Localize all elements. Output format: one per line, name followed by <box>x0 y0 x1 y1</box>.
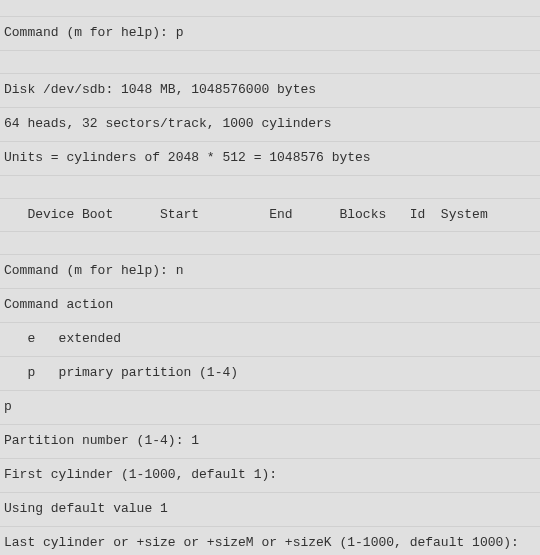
command-prompt-2: Command (m for help): <box>4 263 176 278</box>
terminal-blank-2 <box>0 176 540 199</box>
disk-info-line: Disk /dev/sdb: 1048 MB, 1048576000 bytes <box>0 74 540 108</box>
command-prompt-1: Command (m for help): <box>4 25 176 40</box>
terminal-blank-3 <box>0 232 540 255</box>
partition-number-line: Partition number (1-4): 1 <box>0 425 540 459</box>
partition-number-input[interactable]: 1 <box>191 433 199 448</box>
last-cylinder-prompt[interactable]: Last cylinder or +size or +sizeM or +siz… <box>0 527 540 555</box>
terminal-command-line-2: Command (m for help): n <box>0 255 540 289</box>
first-cylinder-prompt[interactable]: First cylinder (1-1000, default 1): <box>0 459 540 493</box>
terminal-line-blank-top <box>0 0 540 17</box>
partition-number-prompt: Partition number (1-4): <box>4 433 191 448</box>
command-action-header: Command action <box>0 289 540 323</box>
command-input-2[interactable]: n <box>176 263 184 278</box>
first-cylinder-default: Using default value 1 <box>0 493 540 527</box>
command-input-1[interactable]: p <box>176 25 184 40</box>
geometry-line: 64 heads, 32 sectors/track, 1000 cylinde… <box>0 108 540 142</box>
action-extended: e extended <box>0 323 540 357</box>
action-primary: p primary partition (1-4) <box>0 357 540 391</box>
partition-type-choice[interactable]: p <box>0 391 540 425</box>
terminal-blank-1 <box>0 51 540 74</box>
terminal-command-line-1: Command (m for help): p <box>0 17 540 51</box>
partition-table-header: Device Boot Start End Blocks Id System <box>0 199 540 233</box>
units-line: Units = cylinders of 2048 * 512 = 104857… <box>0 142 540 176</box>
